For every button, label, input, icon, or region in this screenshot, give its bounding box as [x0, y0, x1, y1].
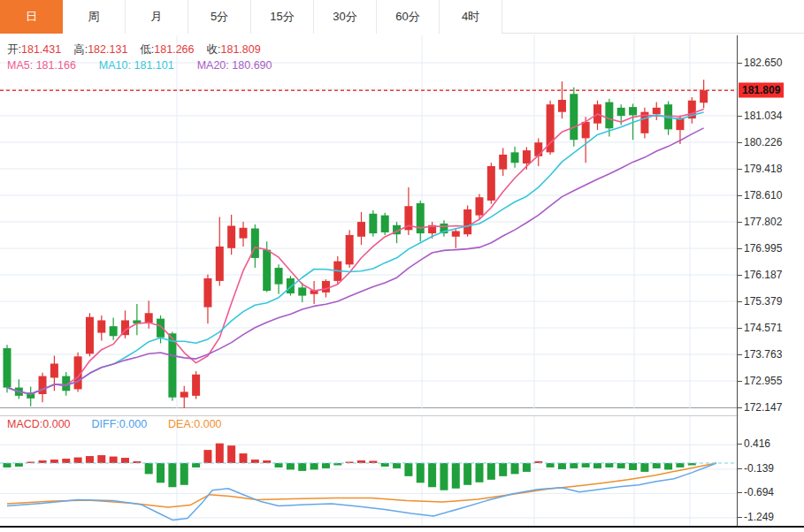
- ohlc-legend: 开:181.431 高:182.131 低:181.266 收:181.809: [7, 42, 261, 57]
- macd-bar: [499, 463, 507, 476]
- macd-bar: [74, 458, 82, 463]
- tab-60min[interactable]: 60分: [377, 0, 440, 34]
- price-axis-label-tick: [738, 222, 742, 223]
- macd-bar: [452, 463, 460, 489]
- macd-bar: [558, 463, 566, 469]
- macd-bar: [62, 459, 70, 463]
- macd-bar: [97, 455, 105, 463]
- macd-bar: [180, 463, 188, 485]
- candle-body: [570, 94, 578, 140]
- close-label: 收:: [207, 43, 221, 56]
- macd-bar: [322, 463, 330, 468]
- high-value: 182.131: [88, 43, 127, 56]
- ma10-value: MA10: 181.101: [99, 59, 174, 72]
- macd-bar: [310, 463, 318, 469]
- macd-axis-label: -0.139: [744, 462, 774, 475]
- price-axis-label: 173.763: [744, 348, 782, 361]
- candle-body: [476, 197, 484, 215]
- macd-bar: [487, 463, 495, 480]
- macd-legend: MACD:0.000 DIFF:0.000 DEA:0.000: [7, 418, 222, 430]
- price-axis-label: 172.147: [744, 401, 782, 414]
- open-label: 开:: [7, 43, 21, 56]
- candle-body: [180, 391, 188, 397]
- tab-week[interactable]: 周: [63, 0, 126, 34]
- macd-bar: [582, 463, 590, 467]
- macd-bar: [86, 456, 94, 463]
- candle-body: [463, 209, 471, 234]
- macd-bar: [605, 463, 613, 467]
- macd-axis-label-tick: [738, 517, 742, 518]
- price-axis-label: 176.187: [744, 269, 782, 281]
- macd-bar: [653, 463, 661, 468]
- price-axis-label-tick: [738, 195, 742, 196]
- candle-body: [86, 317, 94, 354]
- tab-5min[interactable]: 5分: [188, 0, 251, 34]
- candlestick-chart-area[interactable]: [0, 35, 737, 408]
- macd-bar: [523, 463, 531, 472]
- price-axis-label: 182.650: [744, 57, 782, 69]
- candle-body: [275, 268, 283, 285]
- candle-body: [240, 228, 248, 239]
- candle-body: [357, 222, 365, 237]
- candle-body: [605, 103, 613, 129]
- candle-body: [216, 247, 224, 281]
- price-axis-label: 181.034: [744, 110, 782, 122]
- macd-axis-label: 0.416: [744, 437, 770, 450]
- price-axis-label: 172.955: [744, 375, 782, 387]
- candle-body: [110, 326, 118, 336]
- tab-4hour[interactable]: 4时: [440, 0, 502, 34]
- current-price-tag: 181.809: [739, 83, 784, 98]
- ma-legend: MA5: 181.166 MA10: 181.101 MA20: 180.690: [7, 59, 272, 72]
- price-axis-label: 179.418: [744, 163, 782, 175]
- macd-bar: [168, 463, 176, 487]
- macd-bar: [463, 463, 471, 485]
- candle-body: [192, 375, 200, 396]
- candle-body: [203, 278, 211, 308]
- macd-bar: [664, 463, 672, 469]
- macd-bar: [511, 463, 519, 474]
- open-value: 181.431: [21, 43, 61, 56]
- diff-value: DIFF:0.000: [92, 418, 148, 430]
- macd-bar: [287, 463, 295, 469]
- candlestick-svg: [0, 35, 737, 408]
- tab-month[interactable]: 月: [126, 0, 188, 34]
- low-label: 低:: [140, 43, 154, 56]
- dea-value: DEA:0.000: [168, 418, 221, 430]
- high-label: 高:: [73, 43, 88, 56]
- macd-histogram: [4, 444, 696, 490]
- price-axis-label-tick: [738, 301, 742, 302]
- candle-body: [452, 231, 460, 236]
- candle-body: [346, 235, 354, 264]
- price-axis-label-tick: [738, 354, 742, 355]
- macd-bar: [240, 453, 248, 463]
- macd-bar: [676, 463, 684, 467]
- macd-axis-label-tick: [738, 468, 742, 469]
- main-gridlines: [0, 35, 737, 408]
- candle-body: [97, 320, 105, 332]
- macd-chart-area[interactable]: [0, 415, 737, 528]
- macd-bar: [428, 463, 436, 487]
- macd-bar: [417, 463, 425, 483]
- candle-body: [617, 108, 625, 116]
- candle-body: [629, 107, 637, 115]
- candle-body: [523, 150, 531, 163]
- macd-bar: [629, 463, 637, 470]
- tab-15min[interactable]: 15分: [251, 0, 314, 34]
- price-axis-label: 175.379: [744, 295, 782, 308]
- candle-body: [39, 376, 47, 394]
- price-axis-label-tick: [738, 169, 742, 170]
- macd-bar: [593, 463, 601, 468]
- tab-day[interactable]: 日: [0, 0, 63, 34]
- candle-body: [653, 108, 661, 114]
- candle-body: [168, 333, 176, 397]
- macd-bar: [157, 463, 165, 483]
- macd-bar: [617, 463, 625, 468]
- macd-bar: [192, 463, 200, 467]
- chart-bottom-border: [0, 526, 804, 528]
- ma20-value: MA20: 180.690: [197, 59, 272, 72]
- candle-body: [499, 155, 507, 170]
- interval-tabbar: 日 周 月 5分 15分 30分 60分 4时: [0, 0, 804, 34]
- price-axis-label-tick: [738, 407, 742, 408]
- tab-30min[interactable]: 30分: [314, 0, 377, 34]
- trading-chart-app: 日 周 月 5分 15分 30分 60分 4时 开:181.431 高:182.…: [0, 0, 804, 532]
